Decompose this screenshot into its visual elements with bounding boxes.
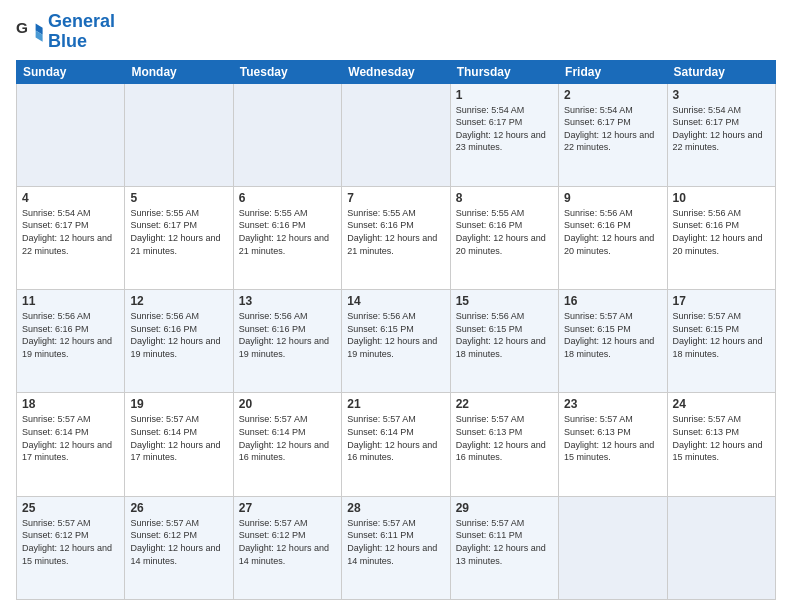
weekday-header-saturday: Saturday (667, 60, 775, 83)
calendar-cell (125, 83, 233, 186)
day-info: Sunrise: 5:57 AMSunset: 6:14 PMDaylight:… (130, 413, 227, 463)
calendar-cell: 17Sunrise: 5:57 AMSunset: 6:15 PMDayligh… (667, 290, 775, 393)
day-number: 3 (673, 88, 770, 102)
calendar-cell: 21Sunrise: 5:57 AMSunset: 6:14 PMDayligh… (342, 393, 450, 496)
day-info: Sunrise: 5:56 AMSunset: 6:16 PMDaylight:… (22, 310, 119, 360)
day-number: 21 (347, 397, 444, 411)
logo: G General Blue (16, 12, 115, 52)
day-number: 24 (673, 397, 770, 411)
calendar-cell: 29Sunrise: 5:57 AMSunset: 6:11 PMDayligh… (450, 496, 558, 599)
day-number: 29 (456, 501, 553, 515)
day-info: Sunrise: 5:57 AMSunset: 6:15 PMDaylight:… (564, 310, 661, 360)
calendar-cell: 20Sunrise: 5:57 AMSunset: 6:14 PMDayligh… (233, 393, 341, 496)
logo-icon: G (16, 18, 44, 46)
calendar-cell: 26Sunrise: 5:57 AMSunset: 6:12 PMDayligh… (125, 496, 233, 599)
day-info: Sunrise: 5:54 AMSunset: 6:17 PMDaylight:… (456, 104, 553, 154)
calendar-cell: 6Sunrise: 5:55 AMSunset: 6:16 PMDaylight… (233, 186, 341, 289)
day-number: 7 (347, 191, 444, 205)
day-info: Sunrise: 5:57 AMSunset: 6:13 PMDaylight:… (456, 413, 553, 463)
calendar-cell: 18Sunrise: 5:57 AMSunset: 6:14 PMDayligh… (17, 393, 125, 496)
calendar-cell: 2Sunrise: 5:54 AMSunset: 6:17 PMDaylight… (559, 83, 667, 186)
day-number: 18 (22, 397, 119, 411)
day-number: 12 (130, 294, 227, 308)
header: G General Blue (16, 12, 776, 52)
day-info: Sunrise: 5:56 AMSunset: 6:16 PMDaylight:… (130, 310, 227, 360)
day-info: Sunrise: 5:56 AMSunset: 6:16 PMDaylight:… (564, 207, 661, 257)
day-info: Sunrise: 5:57 AMSunset: 6:11 PMDaylight:… (456, 517, 553, 567)
day-info: Sunrise: 5:57 AMSunset: 6:14 PMDaylight:… (239, 413, 336, 463)
day-number: 4 (22, 191, 119, 205)
svg-text:G: G (16, 19, 28, 36)
calendar-cell: 24Sunrise: 5:57 AMSunset: 6:13 PMDayligh… (667, 393, 775, 496)
day-number: 16 (564, 294, 661, 308)
calendar-cell: 25Sunrise: 5:57 AMSunset: 6:12 PMDayligh… (17, 496, 125, 599)
weekday-header-sunday: Sunday (17, 60, 125, 83)
calendar-cell (559, 496, 667, 599)
calendar-cell: 10Sunrise: 5:56 AMSunset: 6:16 PMDayligh… (667, 186, 775, 289)
day-info: Sunrise: 5:57 AMSunset: 6:12 PMDaylight:… (22, 517, 119, 567)
weekday-header-friday: Friday (559, 60, 667, 83)
day-number: 19 (130, 397, 227, 411)
calendar-cell: 3Sunrise: 5:54 AMSunset: 6:17 PMDaylight… (667, 83, 775, 186)
day-info: Sunrise: 5:56 AMSunset: 6:16 PMDaylight:… (673, 207, 770, 257)
weekday-header-tuesday: Tuesday (233, 60, 341, 83)
calendar-cell: 23Sunrise: 5:57 AMSunset: 6:13 PMDayligh… (559, 393, 667, 496)
calendar-cell (667, 496, 775, 599)
weekday-header-wednesday: Wednesday (342, 60, 450, 83)
calendar-cell (233, 83, 341, 186)
day-info: Sunrise: 5:57 AMSunset: 6:15 PMDaylight:… (673, 310, 770, 360)
day-number: 14 (347, 294, 444, 308)
day-number: 13 (239, 294, 336, 308)
calendar-cell: 27Sunrise: 5:57 AMSunset: 6:12 PMDayligh… (233, 496, 341, 599)
day-number: 2 (564, 88, 661, 102)
day-info: Sunrise: 5:57 AMSunset: 6:12 PMDaylight:… (130, 517, 227, 567)
day-number: 8 (456, 191, 553, 205)
day-info: Sunrise: 5:57 AMSunset: 6:13 PMDaylight:… (673, 413, 770, 463)
day-info: Sunrise: 5:56 AMSunset: 6:15 PMDaylight:… (347, 310, 444, 360)
day-number: 28 (347, 501, 444, 515)
calendar-cell: 8Sunrise: 5:55 AMSunset: 6:16 PMDaylight… (450, 186, 558, 289)
day-info: Sunrise: 5:55 AMSunset: 6:16 PMDaylight:… (239, 207, 336, 257)
day-number: 20 (239, 397, 336, 411)
day-number: 9 (564, 191, 661, 205)
day-info: Sunrise: 5:57 AMSunset: 6:14 PMDaylight:… (22, 413, 119, 463)
day-number: 27 (239, 501, 336, 515)
day-number: 26 (130, 501, 227, 515)
calendar-cell: 28Sunrise: 5:57 AMSunset: 6:11 PMDayligh… (342, 496, 450, 599)
day-info: Sunrise: 5:57 AMSunset: 6:12 PMDaylight:… (239, 517, 336, 567)
page: G General Blue SundayMondayTuesdayWednes… (0, 0, 792, 612)
day-info: Sunrise: 5:56 AMSunset: 6:16 PMDaylight:… (239, 310, 336, 360)
day-number: 23 (564, 397, 661, 411)
day-info: Sunrise: 5:57 AMSunset: 6:13 PMDaylight:… (564, 413, 661, 463)
calendar-cell: 5Sunrise: 5:55 AMSunset: 6:17 PMDaylight… (125, 186, 233, 289)
day-info: Sunrise: 5:54 AMSunset: 6:17 PMDaylight:… (22, 207, 119, 257)
day-number: 10 (673, 191, 770, 205)
calendar-cell: 9Sunrise: 5:56 AMSunset: 6:16 PMDaylight… (559, 186, 667, 289)
logo-text: General Blue (48, 12, 115, 52)
calendar-cell: 7Sunrise: 5:55 AMSunset: 6:16 PMDaylight… (342, 186, 450, 289)
day-number: 1 (456, 88, 553, 102)
day-info: Sunrise: 5:57 AMSunset: 6:14 PMDaylight:… (347, 413, 444, 463)
calendar-cell: 15Sunrise: 5:56 AMSunset: 6:15 PMDayligh… (450, 290, 558, 393)
weekday-header-monday: Monday (125, 60, 233, 83)
day-number: 6 (239, 191, 336, 205)
calendar-cell: 14Sunrise: 5:56 AMSunset: 6:15 PMDayligh… (342, 290, 450, 393)
calendar-cell: 11Sunrise: 5:56 AMSunset: 6:16 PMDayligh… (17, 290, 125, 393)
day-info: Sunrise: 5:56 AMSunset: 6:15 PMDaylight:… (456, 310, 553, 360)
calendar-cell (342, 83, 450, 186)
calendar-cell: 13Sunrise: 5:56 AMSunset: 6:16 PMDayligh… (233, 290, 341, 393)
calendar-cell: 22Sunrise: 5:57 AMSunset: 6:13 PMDayligh… (450, 393, 558, 496)
day-number: 17 (673, 294, 770, 308)
calendar-cell: 1Sunrise: 5:54 AMSunset: 6:17 PMDaylight… (450, 83, 558, 186)
day-number: 11 (22, 294, 119, 308)
day-number: 5 (130, 191, 227, 205)
day-info: Sunrise: 5:55 AMSunset: 6:16 PMDaylight:… (456, 207, 553, 257)
day-info: Sunrise: 5:54 AMSunset: 6:17 PMDaylight:… (564, 104, 661, 154)
calendar-cell: 19Sunrise: 5:57 AMSunset: 6:14 PMDayligh… (125, 393, 233, 496)
day-info: Sunrise: 5:55 AMSunset: 6:17 PMDaylight:… (130, 207, 227, 257)
day-number: 15 (456, 294, 553, 308)
day-number: 22 (456, 397, 553, 411)
day-info: Sunrise: 5:55 AMSunset: 6:16 PMDaylight:… (347, 207, 444, 257)
day-info: Sunrise: 5:57 AMSunset: 6:11 PMDaylight:… (347, 517, 444, 567)
calendar-cell: 12Sunrise: 5:56 AMSunset: 6:16 PMDayligh… (125, 290, 233, 393)
